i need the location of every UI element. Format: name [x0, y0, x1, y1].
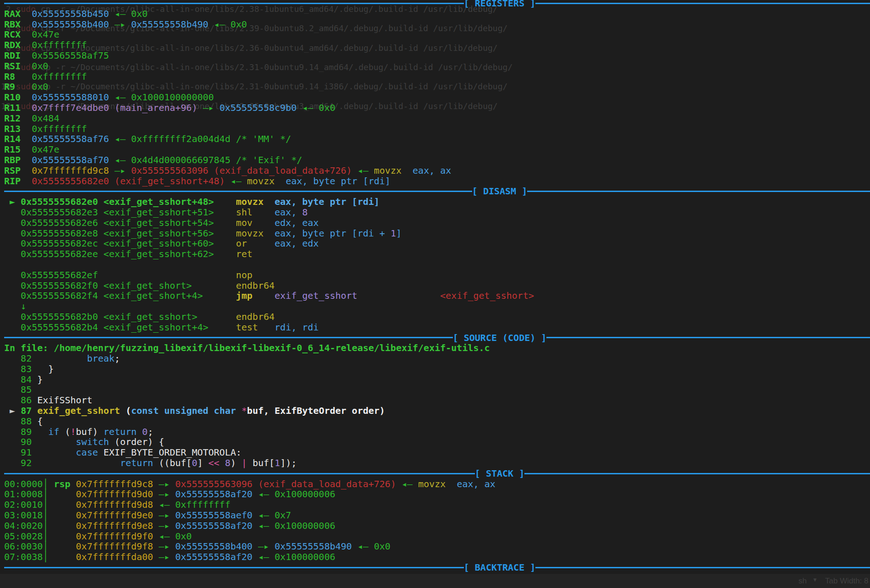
terminal-line: RIP 0x5555555682e0 (exif_get_sshort+48) … [4, 176, 870, 187]
section-header-stack: [ STACK ] [4, 468, 870, 479]
section-rule [4, 191, 472, 192]
terminal-line: 03:0018│ 0x7fffffffd9e0 —▸ 0x55555558aef… [4, 510, 870, 521]
section-rule [524, 473, 870, 474]
terminal-line: 02:0010│ 0x7fffffffd9d8 ◂— 0xffffffff [4, 500, 870, 510]
terminal-line: RSI 0x0 [4, 61, 870, 71]
terminal-line: 88 { [4, 416, 870, 427]
terminal-line: 0x5555555682ef nop [4, 270, 870, 280]
section-header-source: [ SOURCE (CODE) ] [4, 333, 870, 343]
terminal-line: 0x5555555682e6 <exif_get_sshort+54> mov … [4, 218, 870, 228]
terminal-line: 0x5555555682f0 <exif_get_short> endbr64 [4, 280, 870, 291]
section-label: [ REGISTERS ] [464, 0, 536, 9]
section-rule [4, 473, 475, 474]
terminal-line: ► 87 exif_get_sshort (const unsigned cha… [4, 406, 870, 416]
terminal-line: RDX 0xffffffff [4, 40, 870, 50]
terminal-line: 0x5555555682f4 <exif_get_short+4> jmp ex… [4, 291, 870, 301]
terminal-line: 01:0008│ 0x7fffffffd9d0 —▸ 0x55555558af2… [4, 489, 870, 500]
terminal-line: 82 break; [4, 353, 870, 364]
section-label: [ DISASM ] [472, 186, 527, 197]
terminal-line: RAX 0x55555558b450 ◂— 0x0 [4, 9, 870, 19]
terminal-line: 05:0028│ 0x7fffffffd9f0 ◂— 0x0 [4, 531, 870, 542]
terminal-line: 00:0000│ rsp 0x7fffffffd9c8 —▸ 0x5555555… [4, 479, 870, 489]
tab-width-control[interactable]: Tab Width: 8 [825, 577, 870, 586]
section-rule [4, 337, 453, 338]
terminal-line: 06:0030│ 0x7fffffffd9f8 —▸ 0x55555558b40… [4, 541, 870, 552]
terminal-line: R8 0xffffffff [4, 71, 870, 82]
terminal-line: 0x5555555682ee <exif_get_sshort+62> ret [4, 249, 870, 259]
section-rule [535, 3, 870, 4]
terminal-line: R12 0x484 [4, 113, 870, 124]
editor-statusbar: sh ▼ Tab Width: 8 [0, 574, 870, 588]
terminal-line: 04:0020│ 0x7fffffffd9e8 —▸ 0x55555558af2… [4, 521, 870, 531]
terminal-line: 07:0038│ 0x7fffffffda00 —▸ 0x55555558af2… [4, 552, 870, 562]
terminal-line: 89 if (!buf) return 0; [4, 427, 870, 437]
terminal-line: 86 ExifSShort [4, 395, 870, 406]
terminal-line: 83 } [4, 364, 870, 374]
section-rule [546, 337, 870, 338]
section-rule [535, 567, 870, 568]
section-header-backtrace: [ BACKTRACE ] [4, 562, 870, 573]
terminal-line [4, 259, 870, 270]
section-rule [4, 567, 464, 568]
section-header-registers: [ REGISTERS ] [4, 0, 870, 9]
terminal-line: ↓ [4, 301, 870, 312]
terminal-line: RDI 0x55565558af75 [4, 50, 870, 61]
terminal-line: 84 } [4, 374, 870, 385]
terminal-line: 0x5555555682b4 <exif_get_sshort+4> test … [4, 322, 870, 333]
terminal-line: R14 0x55555558af76 ◂— 0xffffffff2a004d4d… [4, 134, 870, 144]
terminal-line: R9 0x0 [4, 82, 870, 92]
terminal-line: RBX 0x55555558b400 —▸ 0x55555558b490 ◂— … [4, 19, 870, 30]
terminal-line: 91 case EXIF_BYTE_ORDER_MOTOROLA: [4, 447, 870, 458]
section-rule [4, 3, 464, 4]
terminal-line: R13 0xffffffff [4, 124, 870, 134]
terminal-line: R10 0x555555588010 ◂— 0x1000100000000 [4, 92, 870, 103]
section-label: [ STACK ] [475, 468, 524, 479]
terminal-line: 92 return ((buf[0] << 8) | buf[1]); [4, 458, 870, 468]
terminal-line: RSP 0x7fffffffd9c8 —▸ 0x555555563096 (ex… [4, 165, 870, 176]
section-rule [527, 191, 870, 192]
chevron-down-icon[interactable]: ▼ [812, 577, 818, 583]
terminal-line: R11 0x7ffff7e4dbe0 (main_arena+96) —▸ 0x… [4, 103, 870, 113]
section-label: [ SOURCE (CODE) ] [453, 333, 547, 343]
terminal-line: 0x5555555682e8 <exif_get_sshort+56> movz… [4, 228, 870, 239]
terminal-line: 0x5555555682e3 <exif_get_sshort+51> shl … [4, 207, 870, 218]
terminal-line: R15 0x47e [4, 144, 870, 155]
section-label: [ BACKTRACE ] [464, 562, 536, 573]
terminal-line: ► 0x5555555682e0 <exif_get_sshort+48> mo… [4, 197, 870, 207]
terminal-line: 0x5555555682ec <exif_get_sshort+60> or e… [4, 238, 870, 249]
terminal-line: 90 switch (order) { [4, 437, 870, 447]
section-header-disasm: [ DISASM ] [4, 186, 870, 197]
terminal-line: RBP 0x55555558af70 ◂— 0x4d4d000066697845… [4, 155, 870, 165]
language-selector[interactable]: sh [798, 577, 807, 586]
terminal-line: 0x5555555682b0 <exif_get_sshort> endbr64 [4, 312, 870, 322]
terminal-line: 85 [4, 385, 870, 395]
terminal-output: [ REGISTERS ]RAX 0x55555558b450 ◂— 0x0RB… [4, 0, 870, 588]
pwndbg-terminal-screen: { "colors": { "terminal_background": "#1… [0, 0, 870, 588]
terminal-line: RCX 0x47e [4, 29, 870, 40]
terminal-line: In file: /home/henry/fuzzing_libexif/lib… [4, 343, 870, 353]
